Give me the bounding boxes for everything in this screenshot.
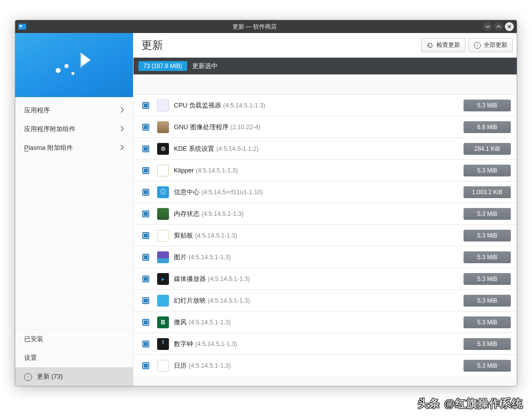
- update-size-button[interactable]: 5.3 MiB: [464, 208, 511, 220]
- update-row[interactable]: 内存状态(4:5.14.5.1-1.3)5.3 MiB: [133, 203, 517, 224]
- update-name: CPU 负载监视器: [174, 101, 221, 110]
- app-icon: [157, 121, 169, 133]
- app-icon: ▸: [157, 273, 169, 285]
- update-row[interactable]: ⚙KDE 系统设置(4:5.14.5-1.1.2)284.1 KiB: [133, 138, 517, 159]
- titlebar: 更新 — 软件商店: [15, 20, 517, 33]
- update-name: Klipper: [174, 167, 194, 174]
- update-info: 媒体播放器(4:5.14.5.1-1.3): [174, 275, 459, 283]
- update-size-button[interactable]: 5.3 MiB: [464, 295, 511, 307]
- update-all-button[interactable]: ↑ 全部更新: [468, 38, 513, 52]
- check-updates-button[interactable]: 检查更新: [421, 38, 466, 52]
- update-info: 内存状态(4:5.14.5.1-1.3): [174, 209, 459, 218]
- checkbox[interactable]: [142, 297, 149, 304]
- checkbox[interactable]: [142, 254, 149, 261]
- checkbox[interactable]: [142, 276, 149, 282]
- sidebar-item-label: ↑ 更新 (73): [24, 372, 63, 381]
- update-icon: ↑: [24, 373, 32, 381]
- update-row[interactable]: 日历(4:5.14.5.1-1.3)5.3 MiB: [133, 354, 517, 376]
- checkbox[interactable]: [142, 210, 149, 217]
- update-size-button[interactable]: 5.3 MiB: [464, 338, 511, 350]
- sidebar-item[interactable]: 应用程序附加组件: [15, 120, 133, 139]
- update-info: 剪贴板(4:5.14.5.1-1.3): [174, 231, 459, 240]
- update-info: 微风(4:5.14.5.1-1.3): [174, 318, 459, 327]
- update-size-button[interactable]: 6.8 MiB: [464, 121, 511, 133]
- update-size-button[interactable]: 5.3 MiB: [464, 165, 511, 176]
- update-version: (2.10.22-4): [231, 124, 261, 131]
- update-size-button[interactable]: 5.3 MiB: [464, 100, 511, 111]
- update-size-button[interactable]: 5.3 MiB: [464, 273, 511, 285]
- sidebar-item-label: 应用程序: [24, 106, 50, 115]
- sidebar-item-label: 设置: [24, 353, 37, 362]
- sidebar-hero: [15, 33, 133, 97]
- update-info: CPU 负载监视器(4:5.14.5.1-1.3): [174, 101, 459, 110]
- update-version: (4:5.14.5.1-1.3): [189, 362, 231, 369]
- app-icon: [157, 295, 169, 307]
- app-icon: [18, 24, 26, 30]
- update-info: 信息中心(4:5.14.5+rf11u1-1.10): [174, 188, 459, 197]
- update-version: (4:5.14.5-1.1.2): [216, 145, 258, 152]
- button-label: 检查更新: [436, 41, 460, 49]
- selection-badge[interactable]: 73 (187.8 MiB): [138, 61, 187, 71]
- sidebar: 应用程序应用程序附加组件Plasma 附加组件 已安装 设置 ↑ 更新 (73): [15, 33, 133, 386]
- update-row[interactable]: 图片(4:5.14.5.1-1.3)5.3 MiB: [133, 246, 517, 268]
- update-name: 图片: [174, 253, 187, 262]
- sidebar-item[interactable]: Plasma 附加组件: [15, 139, 133, 157]
- update-name: 微风: [174, 318, 187, 327]
- update-row[interactable]: B微风(4:5.14.5.1-1.3)5.3 MiB: [133, 311, 517, 333]
- update-size-button[interactable]: 284.1 KiB: [464, 143, 511, 155]
- checkbox[interactable]: [142, 362, 149, 369]
- sidebar-item-settings[interactable]: 设置: [15, 348, 133, 367]
- checkbox[interactable]: [142, 189, 149, 196]
- sidebar-item-installed[interactable]: 已安装: [15, 330, 133, 348]
- update-version: (4:5.14.5.1-1.3): [223, 102, 265, 109]
- selection-bar: 73 (187.8 MiB) 更新选中: [133, 58, 517, 74]
- update-row[interactable]: Klipper(4:5.14.5.1-1.3)5.3 MiB: [133, 159, 517, 181]
- app-icon: [157, 230, 169, 242]
- update-size-button[interactable]: 5.3 MiB: [464, 316, 511, 328]
- checkbox[interactable]: [142, 124, 149, 131]
- update-info: 日历(4:5.14.5.1-1.3): [174, 361, 459, 370]
- sidebar-bottom: 已安装 设置 ↑ 更新 (73): [15, 329, 133, 386]
- main-panel: 更新 检查更新 ↑ 全部更新 73 (187.8 MiB) 更新选中: [133, 33, 517, 386]
- update-size-button[interactable]: 1,003.2 KiB: [464, 186, 511, 198]
- update-size-button[interactable]: 5.3 MiB: [464, 360, 511, 372]
- update-row[interactable]: 数字钟(4:5.14.5.1-1.3)5.3 MiB: [133, 333, 517, 354]
- update-version: (4:5.14.5+rf11u1-1.10): [201, 189, 263, 196]
- chevron-right-icon: [120, 107, 124, 114]
- sidebar-item-label: Plasma 附加组件: [24, 143, 73, 152]
- checkbox[interactable]: [142, 145, 149, 152]
- app-icon: B: [157, 316, 169, 328]
- update-version: (4:5.14.5.1-1.3): [196, 167, 237, 174]
- update-info: KDE 系统设置(4:5.14.5-1.1.2): [174, 144, 459, 153]
- update-name: 剪贴板: [174, 231, 193, 240]
- checkbox[interactable]: [142, 341, 149, 347]
- update-size-button[interactable]: 5.3 MiB: [464, 251, 511, 263]
- update-row[interactable]: GNU 图像处理程序(2.10.22-4)6.8 MiB: [133, 116, 517, 138]
- app-icon: [157, 338, 169, 350]
- checkbox[interactable]: [142, 102, 149, 109]
- app-icon: ⓘ: [157, 186, 169, 198]
- refresh-icon: [427, 42, 433, 49]
- update-row[interactable]: 幻灯片放映(4:5.14.5.1-1.3)5.3 MiB: [133, 289, 517, 311]
- sidebar-item-updates[interactable]: ↑ 更新 (73): [15, 367, 133, 386]
- checkbox[interactable]: [142, 319, 149, 326]
- minimize-button[interactable]: [483, 22, 492, 31]
- update-info: 幻灯片放映(4:5.14.5.1-1.3): [174, 296, 459, 305]
- update-row[interactable]: CPU 负载监视器(4:5.14.5.1-1.3)5.3 MiB: [133, 94, 517, 116]
- window-title: 更新 — 软件商店: [26, 23, 483, 31]
- update-name: 内存状态: [174, 209, 200, 218]
- sidebar-item-label: 应用程序附加组件: [24, 125, 75, 134]
- update-version: (4:5.14.5.1-1.3): [208, 297, 250, 304]
- update-size-button[interactable]: 5.3 MiB: [464, 230, 511, 242]
- close-button[interactable]: [505, 22, 514, 31]
- updates-list[interactable]: CPU 负载监视器(4:5.14.5.1-1.3)5.3 MiBGNU 图像处理…: [133, 74, 517, 386]
- update-row[interactable]: ⓘ信息中心(4:5.14.5+rf11u1-1.10)1,003.2 KiB: [133, 181, 517, 203]
- checkbox[interactable]: [142, 232, 149, 239]
- update-row[interactable]: ▸媒体播放器(4:5.14.5.1-1.3)5.3 MiB: [133, 268, 517, 289]
- app-window: 更新 — 软件商店: [15, 20, 517, 386]
- checkbox[interactable]: [142, 167, 149, 174]
- update-row[interactable]: 剪贴板(4:5.14.5.1-1.3)5.3 MiB: [133, 224, 517, 246]
- maximize-button[interactable]: [494, 22, 503, 31]
- update-version: (4:5.14.5.1-1.3): [189, 319, 231, 326]
- sidebar-item[interactable]: 应用程序: [15, 101, 133, 120]
